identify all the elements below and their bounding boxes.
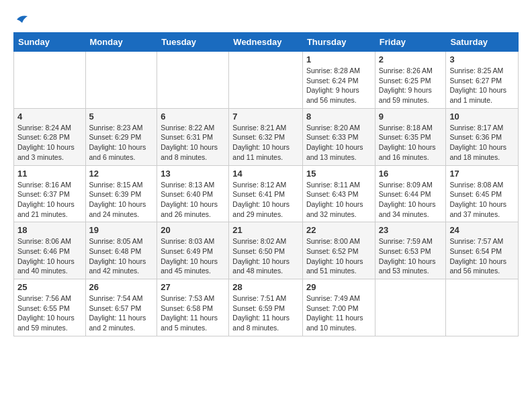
day-info: Sunrise: 8:28 AM Sunset: 6:24 PM Dayligh… [306,66,371,105]
calendar-day-cell: 18Sunrise: 8:06 AM Sunset: 6:46 PM Dayli… [14,222,86,279]
day-number: 29 [306,282,371,292]
calendar-day-cell: 10Sunrise: 8:17 AM Sunset: 6:36 PM Dayli… [446,108,519,165]
calendar-week-row: 18Sunrise: 8:06 AM Sunset: 6:46 PM Dayli… [14,222,519,279]
calendar-day-cell: 2Sunrise: 8:26 AM Sunset: 6:25 PM Daylig… [375,52,446,109]
day-number: 5 [89,111,154,122]
day-number: 7 [232,111,299,122]
calendar-day-cell: 29Sunrise: 7:49 AM Sunset: 7:00 PM Dayli… [302,279,375,336]
day-info: Sunrise: 7:59 AM Sunset: 6:53 PM Dayligh… [379,236,443,276]
day-number: 15 [306,169,371,179]
calendar-day-cell: 14Sunrise: 8:12 AM Sunset: 6:41 PM Dayli… [229,165,303,222]
day-of-week-header: Tuesday [157,33,229,52]
calendar-day-cell: 25Sunrise: 7:56 AM Sunset: 6:55 PM Dayli… [14,279,86,336]
day-number: 11 [17,169,82,179]
day-number: 21 [232,225,299,235]
day-number: 16 [379,169,443,179]
calendar-day-cell: 20Sunrise: 8:03 AM Sunset: 6:49 PM Dayli… [157,222,229,279]
day-info: Sunrise: 8:25 AM Sunset: 6:27 PM Dayligh… [449,66,515,105]
day-number: 14 [232,169,299,179]
day-of-week-header: Sunday [14,33,86,52]
day-info: Sunrise: 8:22 AM Sunset: 6:31 PM Dayligh… [161,123,225,163]
day-number: 22 [306,225,371,235]
day-of-week-header: Thursday [302,33,375,52]
day-number: 19 [89,225,154,235]
calendar-day-cell: 17Sunrise: 8:08 AM Sunset: 6:45 PM Dayli… [446,165,519,222]
day-info: Sunrise: 8:03 AM Sunset: 6:49 PM Dayligh… [161,236,225,276]
day-info: Sunrise: 7:57 AM Sunset: 6:54 PM Dayligh… [449,236,515,276]
calendar-day-cell: 4Sunrise: 8:24 AM Sunset: 6:28 PM Daylig… [14,108,86,165]
day-info: Sunrise: 8:09 AM Sunset: 6:44 PM Dayligh… [379,180,443,220]
calendar-body: 1Sunrise: 8:28 AM Sunset: 6:24 PM Daylig… [14,52,519,336]
day-info: Sunrise: 7:51 AM Sunset: 6:59 PM Dayligh… [232,293,299,333]
day-info: Sunrise: 8:05 AM Sunset: 6:48 PM Dayligh… [89,236,154,276]
calendar-table: SundayMondayTuesdayWednesdayThursdayFrid… [13,32,519,336]
calendar-day-cell: 6Sunrise: 8:22 AM Sunset: 6:31 PM Daylig… [157,108,229,165]
calendar-day-cell: 21Sunrise: 8:02 AM Sunset: 6:50 PM Dayli… [229,222,303,279]
day-number: 3 [449,54,515,64]
logo [13,13,29,26]
day-number: 26 [89,282,154,292]
calendar-day-cell: 8Sunrise: 8:20 AM Sunset: 6:33 PM Daylig… [302,108,375,165]
day-info: Sunrise: 8:00 AM Sunset: 6:52 PM Dayligh… [306,236,371,276]
calendar-day-cell: 13Sunrise: 8:13 AM Sunset: 6:40 PM Dayli… [157,165,229,222]
day-info: Sunrise: 8:16 AM Sunset: 6:37 PM Dayligh… [17,180,82,220]
calendar-day-cell: 22Sunrise: 8:00 AM Sunset: 6:52 PM Dayli… [302,222,375,279]
day-number: 25 [17,282,82,292]
logo-bird-icon [15,13,29,26]
day-info: Sunrise: 8:24 AM Sunset: 6:28 PM Dayligh… [17,123,82,163]
day-number: 24 [449,225,515,235]
calendar-day-cell: 3Sunrise: 8:25 AM Sunset: 6:27 PM Daylig… [446,52,519,109]
calendar-week-row: 1Sunrise: 8:28 AM Sunset: 6:24 PM Daylig… [14,52,519,109]
day-number: 23 [379,225,443,235]
day-number: 12 [89,169,154,179]
calendar-week-row: 4Sunrise: 8:24 AM Sunset: 6:28 PM Daylig… [14,108,519,165]
day-number: 28 [232,282,299,292]
day-info: Sunrise: 8:15 AM Sunset: 6:39 PM Dayligh… [89,180,154,220]
calendar-day-cell: 16Sunrise: 8:09 AM Sunset: 6:44 PM Dayli… [375,165,446,222]
page-header [13,13,519,26]
day-info: Sunrise: 8:02 AM Sunset: 6:50 PM Dayligh… [232,236,299,276]
day-info: Sunrise: 8:12 AM Sunset: 6:41 PM Dayligh… [232,180,299,220]
day-info: Sunrise: 8:20 AM Sunset: 6:33 PM Dayligh… [306,123,371,163]
calendar-week-row: 11Sunrise: 8:16 AM Sunset: 6:37 PM Dayli… [14,165,519,222]
day-number: 13 [161,169,225,179]
calendar-day-cell [375,279,446,336]
calendar-day-cell: 1Sunrise: 8:28 AM Sunset: 6:24 PM Daylig… [302,52,375,109]
calendar-day-cell: 26Sunrise: 7:54 AM Sunset: 6:57 PM Dayli… [85,279,157,336]
day-info: Sunrise: 8:13 AM Sunset: 6:40 PM Dayligh… [161,180,225,220]
day-of-week-header: Wednesday [229,33,303,52]
day-number: 27 [161,282,225,292]
day-number: 9 [379,111,443,122]
calendar-day-cell [85,52,157,109]
calendar-day-cell [14,52,86,109]
day-info: Sunrise: 8:18 AM Sunset: 6:35 PM Dayligh… [379,123,443,163]
calendar-day-cell: 24Sunrise: 7:57 AM Sunset: 6:54 PM Dayli… [446,222,519,279]
calendar-day-cell [157,52,229,109]
day-info: Sunrise: 7:56 AM Sunset: 6:55 PM Dayligh… [17,293,82,333]
day-info: Sunrise: 8:26 AM Sunset: 6:25 PM Dayligh… [379,66,443,105]
day-info: Sunrise: 8:06 AM Sunset: 6:46 PM Dayligh… [17,236,82,276]
day-number: 1 [306,54,371,64]
day-info: Sunrise: 8:11 AM Sunset: 6:43 PM Dayligh… [306,180,371,220]
day-number: 10 [449,111,515,122]
calendar-day-cell: 19Sunrise: 8:05 AM Sunset: 6:48 PM Dayli… [85,222,157,279]
day-number: 18 [17,225,82,235]
calendar-header: SundayMondayTuesdayWednesdayThursdayFrid… [14,33,519,52]
calendar-day-cell: 23Sunrise: 7:59 AM Sunset: 6:53 PM Dayli… [375,222,446,279]
calendar-day-cell [229,52,303,109]
calendar-day-cell: 12Sunrise: 8:15 AM Sunset: 6:39 PM Dayli… [85,165,157,222]
day-info: Sunrise: 8:23 AM Sunset: 6:29 PM Dayligh… [89,123,154,163]
day-number: 20 [161,225,225,235]
calendar-week-row: 25Sunrise: 7:56 AM Sunset: 6:55 PM Dayli… [14,279,519,336]
day-of-week-header: Friday [375,33,446,52]
calendar-day-cell [446,279,519,336]
day-number: 8 [306,111,371,122]
calendar-day-cell: 28Sunrise: 7:51 AM Sunset: 6:59 PM Dayli… [229,279,303,336]
calendar-day-cell: 11Sunrise: 8:16 AM Sunset: 6:37 PM Dayli… [14,165,86,222]
days-of-week-row: SundayMondayTuesdayWednesdayThursdayFrid… [14,33,519,52]
day-info: Sunrise: 8:08 AM Sunset: 6:45 PM Dayligh… [449,180,515,220]
calendar-day-cell: 15Sunrise: 8:11 AM Sunset: 6:43 PM Dayli… [302,165,375,222]
day-info: Sunrise: 8:21 AM Sunset: 6:32 PM Dayligh… [232,123,299,163]
day-number: 6 [161,111,225,122]
day-number: 4 [17,111,82,122]
